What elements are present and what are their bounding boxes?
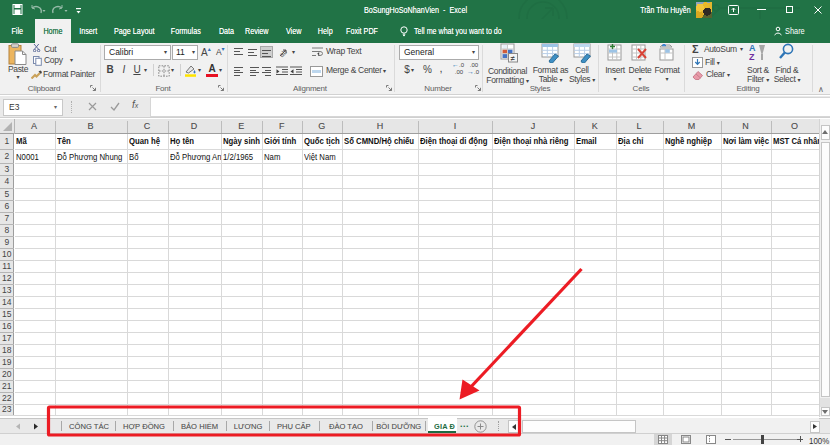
- svg-text:ab: ab: [278, 48, 288, 58]
- svg-text:≠: ≠: [511, 54, 516, 63]
- svg-text:Z: Z: [749, 52, 755, 61]
